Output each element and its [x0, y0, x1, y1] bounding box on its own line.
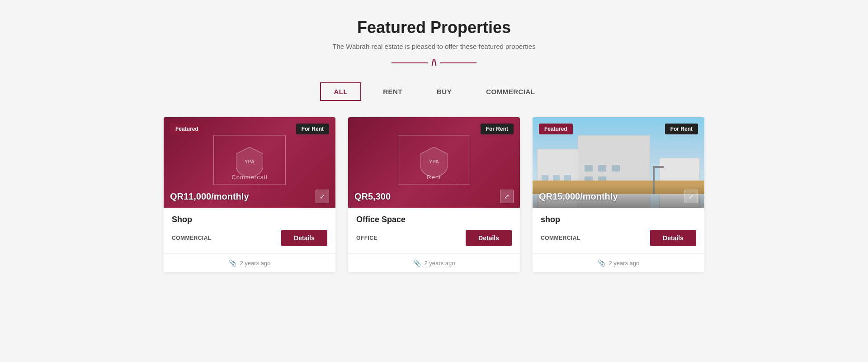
expand-btn-1[interactable]: ⤢: [316, 190, 329, 203]
property-title-3: shop: [541, 215, 696, 224]
expand-btn-2[interactable]: ⤢: [500, 190, 514, 203]
details-btn-2[interactable]: Details: [466, 230, 512, 246]
badge-for-rent-3: For Rent: [665, 124, 698, 134]
divider-icon: /\: [431, 57, 436, 68]
filter-tabs: ALL RENT BUY COMMERCIAL: [320, 82, 547, 101]
card-age-3: 2 years ago: [609, 260, 640, 267]
section-divider: /\: [392, 57, 476, 68]
card-footer-3: COMMERCIAL Details: [541, 230, 696, 246]
property-card-1: YPA Commercail Featured For Rent QR11,00…: [164, 117, 335, 272]
card-image-3: Featured For Rent QR15,000/monthly ⤢: [533, 117, 704, 208]
filter-tab-commercial[interactable]: COMMERCIAL: [473, 83, 547, 100]
card-body-2: Office Space OFFICE Details: [348, 208, 520, 253]
card-meta-2: 📎 2 years ago: [348, 253, 520, 272]
property-category-2: OFFICE: [356, 235, 377, 241]
price-3: QR15,000/monthly: [539, 191, 618, 202]
details-btn-1[interactable]: Details: [281, 230, 327, 246]
card-age-1: 2 years ago: [240, 260, 271, 267]
filter-tab-all[interactable]: ALL: [320, 82, 361, 101]
card-image-2: YPA Rent For Rent QR5,300 ⤢: [348, 117, 520, 208]
clip-icon-3: 📎: [598, 259, 605, 267]
property-category-1: COMMERCIAL: [172, 235, 212, 241]
card-meta-1: 📎 2 years ago: [164, 253, 335, 272]
property-title-2: Office Space: [356, 215, 512, 224]
card-footer-2: OFFICE Details: [356, 230, 512, 246]
badge-for-rent-1: For Rent: [296, 124, 329, 134]
divider-line-right: [440, 62, 476, 63]
card-body-3: shop COMMERCIAL Details: [533, 208, 704, 253]
price-bar-1: QR11,000/monthly ⤢: [164, 185, 335, 208]
badge-featured-1: Featured: [170, 124, 204, 134]
filter-tab-buy[interactable]: BUY: [424, 83, 464, 100]
expand-btn-3[interactable]: ⤢: [684, 190, 698, 203]
card-image-1: YPA Commercail Featured For Rent QR11,00…: [164, 117, 335, 208]
card-age-2: 2 years ago: [425, 260, 455, 267]
properties-grid: YPA Commercail Featured For Rent QR11,00…: [164, 117, 704, 272]
property-category-3: COMMERCIAL: [541, 235, 580, 241]
filter-tab-rent[interactable]: RENT: [370, 83, 415, 100]
card-type-label-2: Rent: [427, 174, 441, 181]
page-subtitle: The Wabrah real estate is pleased to off…: [332, 43, 535, 50]
card-meta-3: 📎 2 years ago: [533, 253, 704, 272]
badge-featured-3: Featured: [539, 124, 573, 134]
property-card-2: YPA Rent For Rent QR5,300 ⤢ Office Space…: [348, 117, 520, 272]
card-footer-1: COMMERCIAL Details: [172, 230, 327, 246]
price-bar-3: QR15,000/monthly ⤢: [533, 185, 704, 208]
property-card-3: Featured For Rent QR15,000/monthly ⤢ sho…: [533, 117, 704, 272]
page-title: Featured Properties: [357, 18, 511, 37]
badge-for-rent-2: For Rent: [481, 124, 514, 134]
divider-line-left: [392, 62, 428, 63]
card-type-label-1: Commercail: [231, 174, 267, 181]
clip-icon-2: 📎: [413, 259, 421, 267]
price-2: QR5,300: [354, 191, 391, 202]
clip-icon-1: 📎: [229, 259, 236, 267]
card-body-1: Shop COMMERCIAL Details: [164, 208, 335, 253]
price-1: QR11,000/monthly: [170, 191, 249, 202]
price-bar-2: QR5,300 ⤢: [348, 185, 520, 208]
property-title-1: Shop: [172, 215, 327, 224]
details-btn-3[interactable]: Details: [650, 230, 696, 246]
